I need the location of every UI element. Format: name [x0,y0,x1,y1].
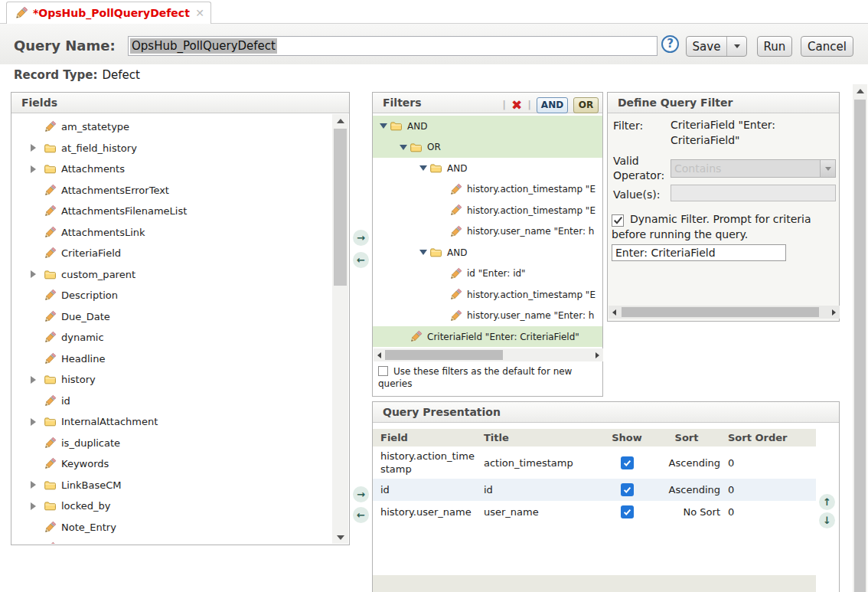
dynamic-filter-checkbox[interactable] [612,214,624,227]
fields-panel-header: Fields [11,93,349,113]
field-item[interactable]: Description [11,285,332,306]
field-item[interactable]: CriteriaField [11,243,332,264]
filter-node[interactable]: AND [373,158,602,179]
filter-node[interactable]: history.action_timestamp "E [373,200,602,221]
record-type-value: Defect [102,68,139,82]
move-down-arrow-button[interactable]: ↓ [819,512,835,528]
scroll-down-arrow[interactable] [332,531,348,544]
show-checkbox[interactable] [621,505,634,518]
query-presentation-panel: Query Presentation Field Title Show Sort… [372,401,840,592]
save-dropdown-arrow[interactable] [727,44,746,48]
filter-node[interactable]: history.action_timestamp "E [373,179,602,201]
field-item[interactable]: LinkBaseCM [11,475,332,496]
delete-filter-icon[interactable]: ✖ [511,99,522,112]
pencil-icon [449,204,462,217]
expand-arrow-icon[interactable] [31,144,36,152]
field-item[interactable]: custom_parent [11,264,332,286]
filters-hscrollbar-thumb[interactable] [385,350,503,360]
filter-node[interactable]: OR [373,137,602,159]
scroll-up-arrow[interactable] [853,84,867,98]
and-button[interactable]: AND [537,97,568,113]
scroll-left-arrow[interactable] [609,306,620,319]
filter-node[interactable]: AND [373,116,602,137]
page-scrollbar-thumb[interactable] [854,100,866,592]
filter-node[interactable]: id "Enter: id" [373,263,602,285]
define-hscrollbar[interactable] [609,306,840,319]
field-item[interactable]: InternalAttachment [11,411,332,433]
pencil-icon [44,226,57,239]
expand-arrow-icon[interactable] [31,270,36,278]
default-filter-checkbox-row: Use these filters as the default for new… [378,365,599,390]
collapse-arrow-icon[interactable] [419,250,427,255]
expand-arrow-icon[interactable] [31,165,36,173]
scroll-right-arrow[interactable] [592,348,603,361]
filter-node[interactable]: history.user_name "Enter: h [373,221,602,243]
pencil-icon [44,247,57,260]
field-item[interactable]: Attachments [11,159,332,180]
expand-arrow-icon[interactable] [31,502,36,510]
tab-close-icon[interactable]: ✕ [195,7,204,19]
criteria-input[interactable]: Enter: CriteriaField [612,244,786,261]
scroll-right-arrow[interactable] [828,306,840,319]
fields-scrollbar-thumb[interactable] [334,129,347,286]
fields-scrollbar[interactable] [332,114,348,544]
field-item[interactable]: AttachmentsLink [11,222,332,244]
filter-node[interactable]: CriteriaField "Enter: CriteriaField" [373,326,602,347]
dynamic-filter-label: Dynamic Filter. Prompt for criteria befo… [612,213,811,240]
field-item[interactable]: Notes_Log [11,538,332,544]
scroll-left-arrow[interactable] [374,348,385,361]
operator-select[interactable]: Contains [671,159,836,178]
field-item[interactable]: AttachmentsFilenameList [11,201,332,222]
folder-icon [44,415,57,428]
query-name-input[interactable]: OpsHub_PollQueryDefect [128,36,658,56]
define-hscrollbar-thumb[interactable] [622,307,819,317]
run-button[interactable]: Run [757,36,792,57]
show-checkbox[interactable] [621,483,634,496]
field-item[interactable]: locked_by [11,496,332,517]
move-up-arrow-button[interactable]: ↑ [819,494,835,510]
remove-field-arrow-button[interactable]: ← [353,252,369,268]
field-item[interactable]: is_duplicate [11,433,332,454]
expand-arrow-icon[interactable] [31,481,36,489]
pencil-icon [44,521,57,534]
filter-node[interactable]: history.action_timestamp "E [373,284,602,306]
field-item[interactable]: dynamic [11,327,332,348]
remove-presentation-arrow-button[interactable]: ← [353,507,369,523]
expand-arrow-icon[interactable] [31,418,36,426]
add-presentation-arrow-button[interactable]: → [353,486,369,502]
field-item[interactable]: Headline [11,348,332,370]
filters-hscrollbar[interactable] [374,348,603,361]
field-item[interactable]: id [11,391,332,412]
field-item[interactable]: AttachmentsErrorText [11,180,332,201]
help-icon[interactable]: ? [661,35,679,53]
cancel-button[interactable]: Cancel [801,36,853,57]
values-input[interactable] [671,185,836,201]
filter-node[interactable]: AND [373,242,602,263]
show-checkbox[interactable] [621,456,634,469]
field-item[interactable]: Due_Date [11,306,332,328]
field-item[interactable]: Note_Entry [11,517,332,538]
col-field: Field [373,428,478,447]
collapse-arrow-icon[interactable] [400,145,407,150]
or-button[interactable]: OR [573,97,599,113]
query-tab[interactable]: *OpsHub_PollQueryDefect ✕ [6,2,211,24]
collapse-arrow-icon[interactable] [380,123,387,129]
fields-panel: Fields am_statetypeat_field_historyAttac… [11,92,350,545]
collapse-arrow-icon[interactable] [419,165,427,171]
field-item[interactable]: at_field_history [11,138,332,159]
filters-panel-header: Filters | ✖ | AND OR [373,93,602,113]
folder-icon [429,162,442,175]
presentation-row: ididAscending0 [373,479,816,501]
expand-arrow-icon[interactable] [31,376,36,384]
filter-node[interactable]: history.user_name "Enter: h [373,306,602,327]
page-scrollbar[interactable] [853,84,867,592]
field-item[interactable]: history [11,369,332,391]
save-button[interactable]: Save [686,36,747,57]
tab-title: *OpsHub_PollQueryDefect [33,7,190,19]
pencil-icon [44,184,57,197]
default-filter-checkbox[interactable] [378,366,388,376]
field-item[interactable]: Keywords [11,453,332,475]
scroll-up-arrow[interactable] [332,114,348,127]
add-field-arrow-button[interactable]: → [353,230,369,246]
field-item[interactable]: am_statetype [11,116,332,138]
